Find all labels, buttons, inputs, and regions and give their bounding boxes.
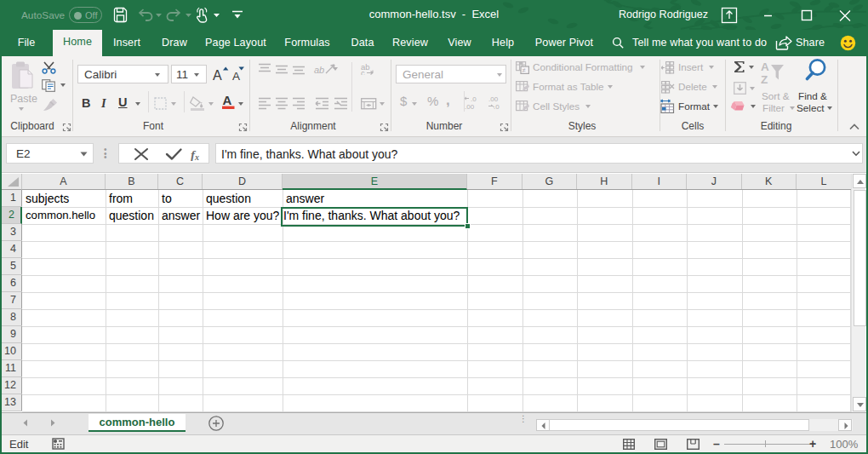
svg-text:≠: ≠ [523,66,526,74]
svg-text:.0: .0 [471,95,477,103]
svg-text:.0: .0 [494,103,500,110]
svg-text:.00: .00 [488,95,499,103]
svg-text:Z: Z [761,73,768,86]
svg-text:fx: fx [191,148,199,162]
svg-text:c: c [361,68,365,75]
svg-text:A: A [761,60,769,73]
svg-text:ab: ab [314,65,324,75]
svg-text:.00: .00 [465,103,475,110]
svg-text:A: A [213,68,222,83]
svg-text:A: A [223,93,232,107]
svg-text:A: A [232,70,240,83]
